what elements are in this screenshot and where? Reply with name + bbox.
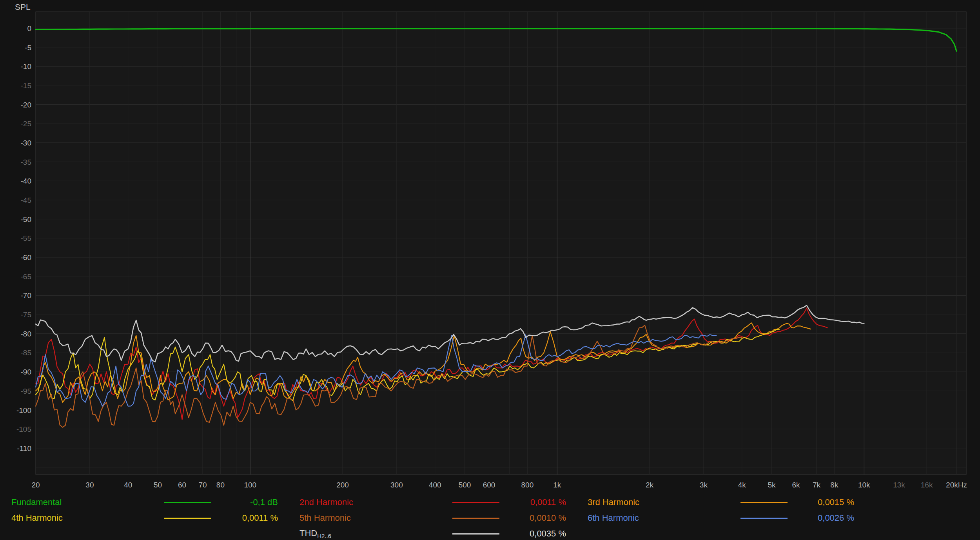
svg-text:-105: -105 [16, 425, 31, 433]
svg-text:500: 500 [459, 481, 471, 489]
legend-item-h2: 2nd Harmonic0,0011 % [299, 495, 588, 510]
svg-text:600: 600 [483, 481, 495, 489]
svg-text:20kHz: 20kHz [946, 481, 967, 489]
svg-text:6k: 6k [792, 481, 800, 489]
svg-text:200: 200 [336, 481, 349, 489]
legend-value-h5: 0,0010 % [499, 513, 588, 523]
svg-text:-55: -55 [21, 234, 31, 242]
legend-value-h6: 0,0026 % [788, 513, 876, 523]
svg-text:-65: -65 [21, 273, 31, 281]
thd-measurement-chart: SPL 0-5-10-15-20-25-30-35-40-45-50-55-60… [0, 0, 980, 540]
svg-text:-110: -110 [17, 444, 31, 453]
svg-text:-35: -35 [21, 158, 31, 166]
legend-swatch-h6 [740, 518, 788, 519]
svg-text:20: 20 [31, 481, 40, 489]
svg-text:30: 30 [85, 481, 94, 489]
svg-text:800: 800 [521, 481, 534, 489]
svg-text:-5: -5 [25, 44, 31, 52]
svg-text:8k: 8k [830, 481, 838, 489]
legend-row-3: THDH2..60,0035 % [11, 526, 876, 540]
legend-swatch-h2 [452, 502, 499, 503]
legend-swatch-h3 [740, 502, 788, 503]
svg-text:-50: -50 [21, 215, 31, 224]
legend-label-h3: 3rd Harmonic [588, 497, 729, 507]
legend-label-h4: 4th Harmonic [11, 513, 152, 523]
svg-text:-80: -80 [21, 330, 31, 338]
svg-text:40: 40 [124, 481, 132, 489]
svg-text:100: 100 [244, 481, 256, 489]
svg-text:400: 400 [429, 481, 441, 489]
legend-swatch-h4 [164, 518, 211, 519]
svg-text:-90: -90 [21, 368, 31, 376]
svg-text:300: 300 [390, 481, 403, 489]
legend-label-fundamental: Fundamental [11, 497, 152, 507]
svg-text:70: 70 [198, 481, 207, 489]
plot-area [36, 12, 966, 475]
chart-canvas: 0-5-10-15-20-25-30-35-40-45-50-55-60-65-… [0, 0, 980, 540]
svg-text:-60: -60 [21, 253, 31, 262]
legend-label-h6: 6th Harmonic [588, 513, 729, 523]
svg-text:-70: -70 [21, 291, 31, 300]
legend-value-h4: 0,0011 % [211, 513, 299, 523]
svg-text:-100: -100 [16, 406, 31, 415]
legend-item-h3: 3rd Harmonic0,0015 % [588, 495, 876, 510]
legend-label-h2: 2nd Harmonic [299, 497, 441, 507]
legend-item-h4: 4th Harmonic0,0011 % [11, 510, 299, 526]
legend-empty-cell [588, 526, 876, 540]
legend-item-h5: 5th Harmonic0,0010 % [299, 510, 588, 526]
x-axis-labels: 203040506070801002003004005006008001k2k3… [31, 481, 967, 489]
svg-text:7k: 7k [813, 481, 821, 489]
svg-text:50: 50 [154, 481, 162, 489]
svg-text:2k: 2k [646, 481, 654, 489]
svg-text:1k: 1k [553, 481, 561, 489]
svg-text:4k: 4k [738, 481, 746, 489]
legend-swatch-thd [452, 533, 499, 535]
legend-swatch-fundamental [164, 502, 211, 503]
legend-item-thd: THDH2..60,0035 % [299, 526, 588, 540]
svg-text:16k: 16k [921, 481, 933, 489]
legend-value-h3: 0,0015 % [788, 497, 876, 507]
svg-text:-85: -85 [21, 349, 31, 357]
svg-text:-25: -25 [21, 120, 31, 128]
y-axis-labels: 0-5-10-15-20-25-30-35-40-45-50-55-60-65-… [16, 24, 31, 453]
svg-text:60: 60 [178, 481, 186, 489]
legend-row-1: Fundamental-0,1 dB2nd Harmonic0,0011 %3r… [11, 495, 876, 510]
svg-text:-30: -30 [21, 139, 31, 147]
legend-empty-cell [11, 526, 299, 540]
svg-text:-95: -95 [21, 387, 31, 395]
legend-label-h5: 5th Harmonic [299, 513, 441, 523]
svg-text:-10: -10 [21, 62, 31, 71]
svg-text:3k: 3k [700, 481, 708, 489]
svg-text:-75: -75 [21, 311, 31, 319]
legend-value-thd: 0,0035 % [499, 529, 588, 539]
svg-text:5k: 5k [768, 481, 776, 489]
legend-label-thd: THDH2..6 [299, 528, 441, 539]
legend-item-h6: 6th Harmonic0,0026 % [588, 510, 876, 526]
legend-item-fundamental: Fundamental-0,1 dB [11, 495, 299, 510]
legend-row-2: 4th Harmonic0,0011 %5th Harmonic0,0010 %… [11, 510, 876, 526]
legend-label-sub-thd: H2..6 [317, 533, 331, 539]
svg-text:-15: -15 [21, 82, 31, 90]
svg-text:-45: -45 [21, 196, 31, 204]
svg-text:13k: 13k [893, 481, 905, 489]
legend: Fundamental-0,1 dB2nd Harmonic0,0011 %3r… [11, 495, 876, 540]
svg-text:-20: -20 [21, 101, 31, 109]
svg-text:-40: -40 [21, 177, 31, 185]
legend-value-h2: 0,0011 % [499, 497, 588, 507]
legend-value-fundamental: -0,1 dB [211, 497, 299, 507]
svg-text:80: 80 [216, 481, 225, 489]
svg-text:0: 0 [27, 24, 31, 33]
legend-swatch-h5 [452, 518, 499, 519]
svg-text:10k: 10k [858, 481, 870, 489]
